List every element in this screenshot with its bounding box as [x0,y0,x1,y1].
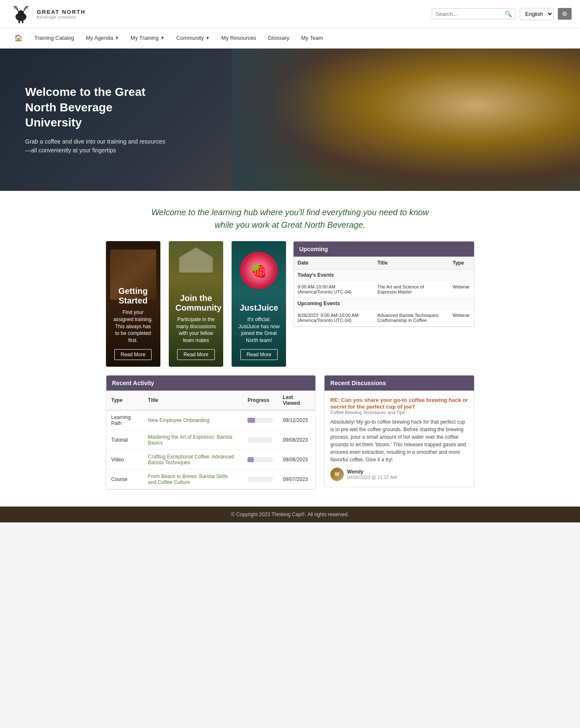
avatar: W [330,468,344,481]
activity-type: Course [106,470,143,489]
footer-text: © Copyright 2023 Thinking Cap®. All righ… [231,512,349,517]
user-name: Wendy [347,469,397,475]
activity-type: Learning Path [106,410,143,430]
activity-type: Tutorial [106,430,143,450]
nav-my-team[interactable]: My Team [295,29,329,47]
activity-title: From Beans to Brews: Barista Skills and … [143,470,242,489]
upcoming-table: Date Title Type Today's Events 9:00 AM-1… [294,257,474,327]
activity-section: Recent Activity Type Title Progress Last… [89,375,491,498]
card-title: JustJuice [238,303,279,313]
activity-last-viewed: 09/08/2023 [278,450,315,470]
activity-title: Mastering the Art of Espresso: Barista B… [143,430,242,450]
top-right-controls: 🔍 English ⚙ [432,8,572,20]
event-title: Advanced Barista Techniques: Craftsmansh… [373,309,449,327]
todays-events-header: Today's Events [294,270,474,281]
just-juice-content: JustJuice It's official: JustJuice has n… [232,286,286,367]
activity-progress [242,410,278,430]
card-getting-started: Getting Started Find your assigned train… [106,241,160,367]
welcome-text: Welcome to the learning hub where you'll… [148,206,433,231]
user-date: 04/06/2023 @ 11:22 AM [347,475,397,480]
nav-bar: 🏠 Training Catalog My Agenda ▼ My Traini… [0,28,580,49]
card-text: It's official: JustJuice has now joined … [238,316,279,344]
event-date: 9:00 AM-10:00 AM (America/Toronto UTC-04… [294,281,374,298]
svg-rect-2 [22,20,23,23]
card-text: Participate in the many discussions with… [175,316,217,344]
logo-text: GREAT NORTH Beverage company [37,9,85,19]
search-box[interactable]: 🔍 [432,8,516,19]
card-just-juice: 🍓 JustJuice It's official: JustJuice has… [232,241,286,367]
table-row: TutorialMastering the Art of Espresso: B… [106,430,315,450]
card-title: Getting Started [113,286,154,306]
upcoming-events: Upcoming Date Title Type Today's Events … [293,241,474,327]
nav-home[interactable]: 🏠 [8,28,28,48]
chevron-down-icon: ▼ [160,36,165,40]
col-type: Type [449,257,474,270]
hero-banner: Welcome to the Great North Beverage Univ… [0,49,580,191]
hero-content: Welcome to the Great North Beverage Univ… [0,68,193,171]
card-text: Find your assigned training. This always… [113,309,154,344]
discussions-header: Recent Discussions [325,376,474,391]
activity-title: New Employee Onboarding [143,410,242,430]
activity-title: Crafting Exceptional Coffee: Advanced Ba… [143,450,242,470]
join-community-content: Join the Community Participate in the ma… [169,287,223,367]
table-row: Learning PathNew Employee Onboarding09/1… [106,410,315,430]
search-input[interactable] [436,11,505,17]
gear-button[interactable]: ⚙ [558,8,572,20]
activity-progress [242,430,278,450]
footer: © Copyright 2023 Thinking Cap®. All righ… [0,507,580,522]
event-date: 9/28/2023: 9:00 AM-10:00 AM (America/Tor… [294,309,374,327]
discussion-body: Absolutely! My go-to coffee brewing hack… [330,418,468,463]
nav-my-training[interactable]: My Training ▼ [125,29,170,47]
activity-progress [242,450,278,470]
recent-discussions: Recent Discussions RE: Can you share you… [324,375,474,487]
nav-community[interactable]: Community ▼ [170,29,216,47]
language-select[interactable]: English [520,8,554,20]
recent-activity: Recent Activity Type Title Progress Last… [106,375,316,490]
chevron-down-icon: ▼ [206,36,210,40]
discussion-title[interactable]: RE: Can you share your go-to coffee brew… [330,397,468,410]
hero-subtitle: Grab a coffee and dive into our training… [25,137,168,155]
upcoming-events-header: Upcoming Events [294,298,474,309]
upcoming-header: Upcoming [294,242,474,257]
table-row: 9/28/2023: 9:00 AM-10:00 AM (America/Tor… [294,309,474,327]
activity-last-viewed: 09/07/2023 [278,470,315,489]
search-icon[interactable]: 🔍 [505,10,512,17]
gear-icon: ⚙ [562,10,567,17]
logo-icon [8,3,34,24]
join-community-read-more[interactable]: Read More [177,349,214,360]
activity-last-viewed: 09/12/2023 [278,410,315,430]
discussion-content: RE: Can you share your go-to coffee brew… [325,391,474,487]
col-date: Date [294,257,374,270]
discussion-user: W Wendy 04/06/2023 @ 11:22 AM [330,468,468,481]
col-title: Title [373,257,449,270]
table-row: CourseFrom Beans to Brews: Barista Skill… [106,470,315,489]
activity-progress [242,470,278,489]
logo-subtitle: Beverage company [37,15,85,19]
svg-point-4 [19,13,22,15]
table-row: VideoCrafting Exceptional Coffee: Advanc… [106,450,315,470]
col-last-viewed: Last Viewed [278,391,315,410]
nav-training-catalog[interactable]: Training Catalog [28,29,80,47]
nav-glossary[interactable]: Glossary [262,29,295,47]
card-join-community: Join the Community Participate in the ma… [169,241,223,367]
activity-table: Type Title Progress Last Viewed Learning… [106,391,315,489]
top-bar: GREAT NORTH Beverage company 🔍 English ⚙ [0,0,580,28]
just-juice-read-more[interactable]: Read More [240,349,278,360]
col-progress: Progress [242,391,278,410]
discussion-category: Coffee Brewing Techniques and Tips [330,410,468,415]
card-title: Join the Community [175,293,217,313]
nav-my-agenda[interactable]: My Agenda ▼ [80,29,125,47]
event-type: Webinar [449,281,474,298]
nav-my-resources[interactable]: My Resources [216,29,262,47]
cards-row: Getting Started Find your assigned train… [106,241,286,367]
getting-started-read-more[interactable]: Read More [114,349,152,360]
col-type: Type [106,391,143,410]
activity-last-viewed: 09/08/2023 [278,430,315,450]
getting-started-content: Getting Started Find your assigned train… [106,280,160,367]
logo: GREAT NORTH Beverage company [8,3,85,24]
logo-title: GREAT NORTH [37,9,85,15]
activity-type: Video [106,450,143,470]
event-type: Webinar [449,309,474,327]
svg-rect-1 [18,20,20,23]
chevron-down-icon: ▼ [115,36,119,40]
